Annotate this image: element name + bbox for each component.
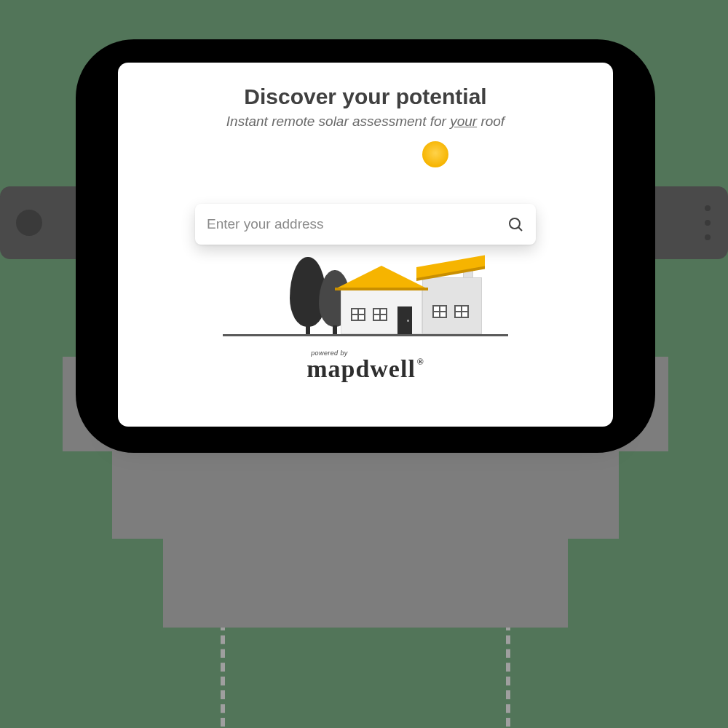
svg-point-0	[510, 218, 520, 229]
house-illustration	[223, 246, 508, 336]
search-icon[interactable]	[507, 215, 524, 233]
brand-logo: mapdwell®	[306, 355, 424, 383]
house-icon	[341, 279, 482, 334]
stack-slab-2	[112, 444, 619, 539]
subtitle-post: roof	[477, 114, 505, 129]
sun-icon	[422, 141, 448, 167]
device-menu-dots-icon	[705, 205, 712, 240]
assessment-card: Discover your potential Instant remote s…	[118, 63, 613, 427]
svg-line-1	[518, 227, 522, 231]
address-searchbar[interactable]	[195, 204, 536, 245]
illustration-scene	[143, 140, 588, 336]
address-input[interactable]	[207, 216, 507, 232]
brand-name: mapdwell	[306, 355, 416, 383]
powered-by-block: powered by mapdwell®	[306, 349, 424, 383]
placeholder-slot	[221, 622, 510, 727]
registered-mark: ®	[417, 357, 424, 368]
card-subtitle: Instant remote solar assessment for your…	[143, 114, 588, 130]
card-title: Discover your potential	[143, 84, 588, 109]
subtitle-emphasis: your	[450, 114, 477, 129]
subtitle-pre: Instant remote solar assessment for	[226, 114, 450, 129]
stack-slab-3	[163, 533, 568, 628]
